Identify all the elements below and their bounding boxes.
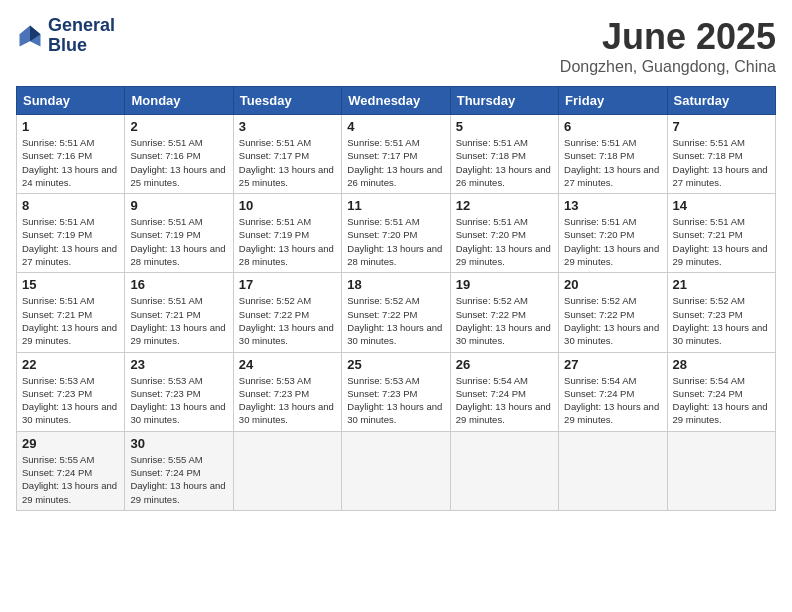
day-number: 25 xyxy=(347,357,444,372)
calendar-cell: 27Sunrise: 5:54 AMSunset: 7:24 PMDayligh… xyxy=(559,352,667,431)
calendar-cell: 26Sunrise: 5:54 AMSunset: 7:24 PMDayligh… xyxy=(450,352,558,431)
day-number: 5 xyxy=(456,119,553,134)
calendar-cell xyxy=(233,431,341,510)
weekday-header-row: SundayMondayTuesdayWednesdayThursdayFrid… xyxy=(17,87,776,115)
weekday-header-monday: Monday xyxy=(125,87,233,115)
calendar-week-4: 22Sunrise: 5:53 AMSunset: 7:23 PMDayligh… xyxy=(17,352,776,431)
day-info: Sunrise: 5:55 AMSunset: 7:24 PMDaylight:… xyxy=(130,453,227,506)
day-number: 3 xyxy=(239,119,336,134)
day-number: 26 xyxy=(456,357,553,372)
calendar-cell xyxy=(450,431,558,510)
day-info: Sunrise: 5:51 AMSunset: 7:18 PMDaylight:… xyxy=(564,136,661,189)
day-number: 27 xyxy=(564,357,661,372)
logo-line2: Blue xyxy=(48,36,115,56)
calendar-cell: 18Sunrise: 5:52 AMSunset: 7:22 PMDayligh… xyxy=(342,273,450,352)
calendar-cell: 4Sunrise: 5:51 AMSunset: 7:17 PMDaylight… xyxy=(342,115,450,194)
calendar-week-5: 29Sunrise: 5:55 AMSunset: 7:24 PMDayligh… xyxy=(17,431,776,510)
day-info: Sunrise: 5:51 AMSunset: 7:18 PMDaylight:… xyxy=(673,136,770,189)
calendar-cell: 24Sunrise: 5:53 AMSunset: 7:23 PMDayligh… xyxy=(233,352,341,431)
logo: General Blue xyxy=(16,16,115,56)
day-info: Sunrise: 5:54 AMSunset: 7:24 PMDaylight:… xyxy=(673,374,770,427)
day-number: 9 xyxy=(130,198,227,213)
calendar-cell: 22Sunrise: 5:53 AMSunset: 7:23 PMDayligh… xyxy=(17,352,125,431)
month-title: June 2025 xyxy=(560,16,776,58)
calendar-cell: 7Sunrise: 5:51 AMSunset: 7:18 PMDaylight… xyxy=(667,115,775,194)
day-info: Sunrise: 5:53 AMSunset: 7:23 PMDaylight:… xyxy=(239,374,336,427)
day-info: Sunrise: 5:51 AMSunset: 7:16 PMDaylight:… xyxy=(22,136,119,189)
calendar-cell: 25Sunrise: 5:53 AMSunset: 7:23 PMDayligh… xyxy=(342,352,450,431)
day-info: Sunrise: 5:51 AMSunset: 7:21 PMDaylight:… xyxy=(22,294,119,347)
calendar-cell: 21Sunrise: 5:52 AMSunset: 7:23 PMDayligh… xyxy=(667,273,775,352)
day-number: 20 xyxy=(564,277,661,292)
calendar-cell: 29Sunrise: 5:55 AMSunset: 7:24 PMDayligh… xyxy=(17,431,125,510)
day-number: 11 xyxy=(347,198,444,213)
day-info: Sunrise: 5:51 AMSunset: 7:17 PMDaylight:… xyxy=(239,136,336,189)
day-info: Sunrise: 5:53 AMSunset: 7:23 PMDaylight:… xyxy=(347,374,444,427)
page-header: General Blue June 2025 Dongzhen, Guangdo… xyxy=(16,16,776,76)
calendar-cell: 1Sunrise: 5:51 AMSunset: 7:16 PMDaylight… xyxy=(17,115,125,194)
day-number: 28 xyxy=(673,357,770,372)
calendar-week-3: 15Sunrise: 5:51 AMSunset: 7:21 PMDayligh… xyxy=(17,273,776,352)
day-number: 4 xyxy=(347,119,444,134)
calendar: SundayMondayTuesdayWednesdayThursdayFrid… xyxy=(16,86,776,511)
day-info: Sunrise: 5:51 AMSunset: 7:17 PMDaylight:… xyxy=(347,136,444,189)
calendar-cell: 16Sunrise: 5:51 AMSunset: 7:21 PMDayligh… xyxy=(125,273,233,352)
day-info: Sunrise: 5:51 AMSunset: 7:19 PMDaylight:… xyxy=(130,215,227,268)
calendar-body: 1Sunrise: 5:51 AMSunset: 7:16 PMDaylight… xyxy=(17,115,776,511)
day-info: Sunrise: 5:54 AMSunset: 7:24 PMDaylight:… xyxy=(564,374,661,427)
weekday-header-saturday: Saturday xyxy=(667,87,775,115)
day-info: Sunrise: 5:52 AMSunset: 7:22 PMDaylight:… xyxy=(347,294,444,347)
location: Dongzhen, Guangdong, China xyxy=(560,58,776,76)
day-info: Sunrise: 5:54 AMSunset: 7:24 PMDaylight:… xyxy=(456,374,553,427)
day-number: 19 xyxy=(456,277,553,292)
day-number: 13 xyxy=(564,198,661,213)
calendar-cell: 14Sunrise: 5:51 AMSunset: 7:21 PMDayligh… xyxy=(667,194,775,273)
day-info: Sunrise: 5:51 AMSunset: 7:18 PMDaylight:… xyxy=(456,136,553,189)
day-number: 23 xyxy=(130,357,227,372)
day-number: 29 xyxy=(22,436,119,451)
logo-text: General Blue xyxy=(48,16,115,56)
calendar-cell xyxy=(667,431,775,510)
weekday-header-wednesday: Wednesday xyxy=(342,87,450,115)
calendar-cell xyxy=(559,431,667,510)
day-info: Sunrise: 5:51 AMSunset: 7:20 PMDaylight:… xyxy=(456,215,553,268)
day-number: 6 xyxy=(564,119,661,134)
day-info: Sunrise: 5:51 AMSunset: 7:20 PMDaylight:… xyxy=(347,215,444,268)
calendar-cell: 2Sunrise: 5:51 AMSunset: 7:16 PMDaylight… xyxy=(125,115,233,194)
day-info: Sunrise: 5:52 AMSunset: 7:22 PMDaylight:… xyxy=(564,294,661,347)
weekday-header-sunday: Sunday xyxy=(17,87,125,115)
day-info: Sunrise: 5:55 AMSunset: 7:24 PMDaylight:… xyxy=(22,453,119,506)
day-number: 24 xyxy=(239,357,336,372)
calendar-cell: 28Sunrise: 5:54 AMSunset: 7:24 PMDayligh… xyxy=(667,352,775,431)
day-number: 22 xyxy=(22,357,119,372)
day-info: Sunrise: 5:51 AMSunset: 7:19 PMDaylight:… xyxy=(22,215,119,268)
day-number: 1 xyxy=(22,119,119,134)
day-number: 17 xyxy=(239,277,336,292)
calendar-cell: 5Sunrise: 5:51 AMSunset: 7:18 PMDaylight… xyxy=(450,115,558,194)
calendar-cell: 17Sunrise: 5:52 AMSunset: 7:22 PMDayligh… xyxy=(233,273,341,352)
day-info: Sunrise: 5:52 AMSunset: 7:22 PMDaylight:… xyxy=(456,294,553,347)
day-info: Sunrise: 5:51 AMSunset: 7:20 PMDaylight:… xyxy=(564,215,661,268)
calendar-cell: 3Sunrise: 5:51 AMSunset: 7:17 PMDaylight… xyxy=(233,115,341,194)
calendar-week-2: 8Sunrise: 5:51 AMSunset: 7:19 PMDaylight… xyxy=(17,194,776,273)
day-number: 7 xyxy=(673,119,770,134)
day-number: 12 xyxy=(456,198,553,213)
calendar-cell: 12Sunrise: 5:51 AMSunset: 7:20 PMDayligh… xyxy=(450,194,558,273)
day-info: Sunrise: 5:52 AMSunset: 7:23 PMDaylight:… xyxy=(673,294,770,347)
calendar-cell xyxy=(342,431,450,510)
calendar-cell: 30Sunrise: 5:55 AMSunset: 7:24 PMDayligh… xyxy=(125,431,233,510)
title-area: June 2025 Dongzhen, Guangdong, China xyxy=(560,16,776,76)
day-number: 2 xyxy=(130,119,227,134)
calendar-cell: 6Sunrise: 5:51 AMSunset: 7:18 PMDaylight… xyxy=(559,115,667,194)
day-info: Sunrise: 5:51 AMSunset: 7:21 PMDaylight:… xyxy=(130,294,227,347)
day-info: Sunrise: 5:53 AMSunset: 7:23 PMDaylight:… xyxy=(22,374,119,427)
weekday-header-thursday: Thursday xyxy=(450,87,558,115)
day-number: 14 xyxy=(673,198,770,213)
calendar-cell: 20Sunrise: 5:52 AMSunset: 7:22 PMDayligh… xyxy=(559,273,667,352)
day-number: 16 xyxy=(130,277,227,292)
day-number: 8 xyxy=(22,198,119,213)
logo-icon xyxy=(16,22,44,50)
calendar-cell: 23Sunrise: 5:53 AMSunset: 7:23 PMDayligh… xyxy=(125,352,233,431)
day-number: 18 xyxy=(347,277,444,292)
day-info: Sunrise: 5:52 AMSunset: 7:22 PMDaylight:… xyxy=(239,294,336,347)
